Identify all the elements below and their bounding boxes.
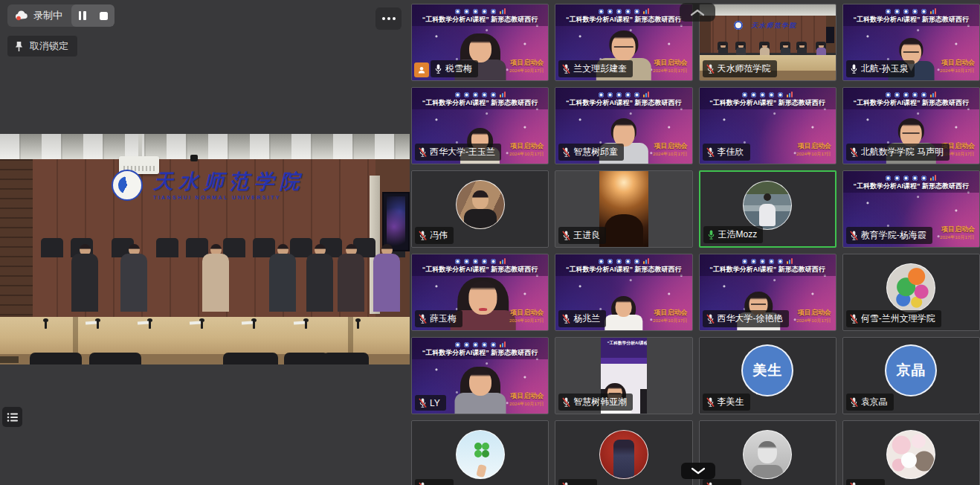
university-logos (555, 90, 692, 97)
stop-icon (100, 12, 108, 20)
university-logo-group: 天水师范学院 TIANSHUI NORMAL UNIVERSITY (112, 170, 320, 201)
video-tile[interactable]: “工科数学分析AI课程” 新形态教研西行 智慧树韩亚潮 (555, 337, 692, 414)
video-tile[interactable]: “工科数学分析AI课程” 新形态教研西行 项目启动会 2024年10月17日 北… (842, 4, 980, 81)
seated-person (370, 244, 403, 312)
participant-name-label: 薛玉梅 (415, 310, 462, 327)
university-logo-icon (455, 9, 460, 14)
video-tile[interactable]: 王进良 (555, 170, 692, 248)
bar-chart-logo-icon (643, 8, 649, 14)
event-name: 项目启动会 (643, 58, 688, 68)
video-tile[interactable]: “工科数学分析AI课程” 新形态教研西行 项目启动会 2024年10月17日 薛… (411, 254, 549, 331)
participant-name-label (846, 479, 885, 485)
video-tile[interactable]: “工科数学分析AI课程” 新形态教研西行 项目启动会 2024年10月17日 李… (699, 87, 836, 164)
participant-name-label: 智慧树邱童 (558, 144, 624, 161)
mic-muted-icon (419, 397, 427, 408)
participant-name: 智慧树韩亚潮 (573, 396, 627, 408)
more-options-button[interactable] (375, 7, 402, 30)
mic-muted-icon (562, 313, 570, 324)
video-tile[interactable]: “工科数学分析AI课程” 新形态教研西行 项目启动会 2024年10月17日 兰… (555, 4, 692, 81)
video-tile[interactable]: “工科数学分析AI课程” 新形态教研西行 项目启动会 2024年10月17日 L… (411, 337, 549, 414)
participant-name: 教育学院-杨海霞 (861, 229, 926, 242)
avatar (456, 430, 505, 479)
avatar (599, 430, 648, 479)
participant-name-label: 兰文理彭建奎 (558, 60, 633, 77)
participant-name-label: 西华大学-王玉兰 (415, 144, 501, 161)
bar-chart-logo-icon (930, 91, 936, 97)
event-name: 项目启动会 (787, 308, 831, 318)
video-tile[interactable]: 冯伟 (411, 170, 549, 248)
mic-muted-icon (562, 147, 570, 158)
university-logo-icon (455, 342, 460, 347)
event-label: 项目启动会 2024年10月17日 (500, 308, 544, 326)
university-logo-icon (886, 9, 891, 14)
event-label: 项目启动会 2024年10月17日 (930, 58, 975, 76)
stop-recording-button[interactable] (93, 4, 115, 27)
participant-name-label: 李佳欣 (703, 144, 750, 161)
participant-name-label: 杨兆兰 (558, 310, 606, 327)
video-tile[interactable]: “工科数学分析AI课程” 新形态教研西行 项目启动会 2024年10月17日 智… (555, 87, 692, 164)
mic-muted-icon (419, 147, 427, 158)
university-logo-icon (742, 259, 747, 264)
video-tile[interactable] (699, 420, 836, 485)
video-tile[interactable]: “工科数学分析AI课程” 新形态教研西行 项目启动会 2024年10月17日 税… (411, 4, 549, 81)
university-logo-icon (455, 259, 460, 264)
banner-title: “工科数学分析AI课程” 新形态教研西行 (555, 264, 692, 274)
video-tile[interactable]: “工科数学分析AI课程” 新形态教研西行 项目启动会 2024年10月17日 西… (699, 254, 836, 331)
bar-chart-logo-icon (930, 175, 936, 181)
video-tile[interactable] (842, 420, 980, 485)
video-tile[interactable]: 天水师范学院 天水师范学院 (699, 4, 836, 81)
event-name: 项目启动会 (930, 225, 975, 234)
participant-name: 税雪梅 (445, 62, 472, 75)
participant-name: 李佳欣 (718, 146, 744, 158)
mic-on-icon (850, 63, 858, 74)
video-tile[interactable]: 何雪-兰州文理学院 (842, 254, 980, 331)
video-tile[interactable] (411, 420, 549, 485)
bar-chart-logo-icon (643, 258, 649, 264)
university-logos (843, 173, 979, 181)
view-mode-button[interactable] (2, 407, 22, 427)
participant-name: LY (430, 398, 440, 408)
video-tile[interactable]: “工科数学分析AI课程” 新形态教研西行 项目启动会 2024年10月17日 教… (842, 170, 980, 248)
participant-name-label: 袁京晶 (846, 394, 894, 411)
participant-name: 何雪-兰州文理学院 (861, 312, 935, 325)
video-tile[interactable]: 京晶 袁京晶 (842, 337, 980, 414)
event-name: 项目启动会 (930, 58, 975, 68)
event-date: 2024年10月17日 (653, 151, 687, 158)
event-label: 项目启动会 2024年10月17日 (643, 58, 688, 76)
room-ceiling (700, 4, 836, 16)
event-date: 2024年10月17日 (653, 318, 687, 324)
more-dots-icon (382, 17, 385, 20)
grid-page-up-button[interactable] (680, 3, 715, 22)
unpin-button[interactable]: 取消锁定 (7, 36, 77, 57)
university-logos (412, 90, 548, 97)
video-tile[interactable]: “工科数学分析AI课程” 新形态教研西行 项目启动会 2024年10月17日 西… (411, 87, 549, 164)
participant-name-label: 西华大学-徐艳艳 (703, 310, 789, 327)
university-name: 天水师范学院 (153, 170, 305, 193)
participant-name: 天水师范学院 (718, 62, 771, 75)
event-banner: “工科数学分析AI课程” 新形态教研西行 (700, 254, 836, 276)
event-name: 项目启动会 (787, 141, 831, 151)
video-tile[interactable]: “工科数学分析AI课程” 新形态教研西行 项目启动会 2024年10月17日 北… (842, 87, 980, 164)
security-camera (190, 155, 198, 161)
university-logos (555, 7, 692, 14)
main-video[interactable]: 天水师范学院 TIANSHUI NORMAL UNIVERSITY (0, 134, 410, 364)
university-logo (112, 170, 143, 201)
university-logo-icon (599, 259, 604, 264)
bar-chart-logo-icon (787, 258, 793, 264)
video-tile[interactable]: 王浩Mozz (699, 170, 836, 248)
pause-recording-button[interactable] (71, 4, 93, 27)
video-tile[interactable] (555, 420, 692, 485)
participant-grid: “工科数学分析AI课程” 新形态教研西行 项目启动会 2024年10月17日 税… (411, 0, 980, 485)
event-banner: “工科数学分析AI课程” 新形态教研西行 (412, 254, 548, 276)
banner-title: “工科数学分析AI课程” 新形态教研西行 (555, 97, 692, 108)
video-tile[interactable]: 美生 李美生 (699, 337, 836, 414)
participant-name-label (558, 479, 597, 485)
participant-name: 杨兆兰 (573, 312, 600, 325)
event-label: 项目启动会 2024年10月17日 (500, 58, 544, 76)
grid-page-down-button[interactable] (681, 463, 715, 479)
event-date: 2024年10月17日 (653, 68, 687, 74)
university-logo-icon (886, 176, 891, 181)
event-date: 2024年10月17日 (796, 318, 831, 324)
university-logos (412, 7, 548, 14)
video-tile[interactable]: “工科数学分析AI课程” 新形态教研西行 项目启动会 2024年10月17日 杨… (555, 254, 692, 331)
